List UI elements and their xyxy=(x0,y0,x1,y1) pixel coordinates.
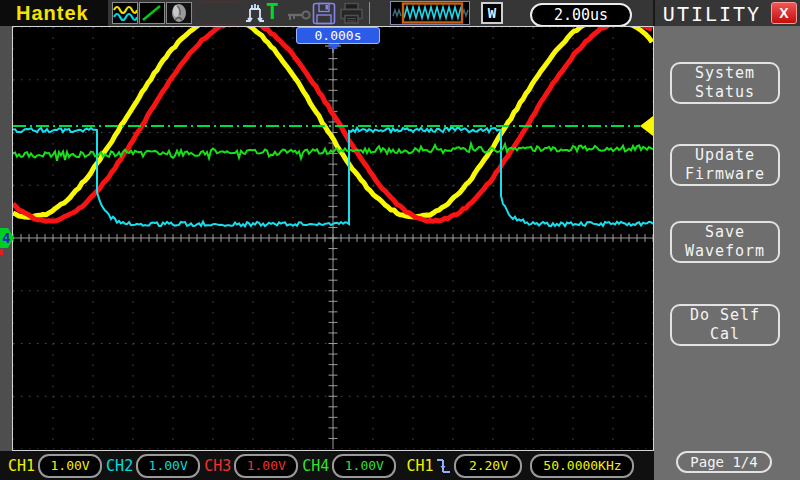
ch2-scale-pill[interactable]: 1.00V xyxy=(136,454,200,478)
key-lock-icon xyxy=(286,7,312,26)
ch3-scale-pill[interactable]: 1.00V xyxy=(234,454,298,478)
waveform-preview-strip[interactable] xyxy=(390,1,470,25)
hand-icon[interactable] xyxy=(166,2,192,24)
close-button[interactable]: X xyxy=(771,2,797,24)
ch3-ground-marker-edge xyxy=(0,249,3,255)
status-bar: CH1 1.00V CH2 1.00V CH3 1.00V CH4 1.00V … xyxy=(0,451,654,480)
ch2-label: CH2 xyxy=(106,457,133,475)
channel-waves-icon[interactable] xyxy=(112,2,138,24)
brand-zone: Hantek xyxy=(0,0,108,26)
print-icon[interactable] xyxy=(339,2,364,29)
ch4-label: CH4 xyxy=(302,457,329,475)
trigger-source-label: CH1 xyxy=(406,457,433,475)
empty-slot-indicator xyxy=(193,2,247,25)
oscilloscope-screen: Hantek T xyxy=(0,0,800,480)
save-floppy-icon[interactable] xyxy=(312,2,337,29)
menu-title: UTILITY xyxy=(656,2,768,26)
pulse-trigger-icon xyxy=(245,2,265,29)
do-self-cal-button[interactable]: Do Self Cal xyxy=(670,304,780,346)
top-toolbar: Hantek T xyxy=(0,0,800,26)
waveform-display: 0.000s xyxy=(12,26,654,451)
ch1-label: CH1 xyxy=(8,457,35,475)
timebase-readout[interactable]: 2.00us xyxy=(530,3,632,27)
falling-edge-icon xyxy=(436,456,451,476)
trigger-frequency-pill[interactable]: 50.0000KHz xyxy=(530,454,634,478)
waveform-canvas xyxy=(13,27,653,449)
topbar-divider xyxy=(653,0,655,26)
slope-icon[interactable] xyxy=(139,2,165,24)
horizontal-position-badge[interactable]: 0.000s xyxy=(296,27,380,44)
ch4-scale-pill[interactable]: 1.00V xyxy=(332,454,396,478)
ch3-label: CH3 xyxy=(204,457,231,475)
trigger-level-pill[interactable]: 2.20V xyxy=(454,454,522,478)
toolbar-separator xyxy=(369,2,370,24)
save-waveform-button[interactable]: Save Waveform xyxy=(670,221,780,263)
update-firmware-button[interactable]: Update Firmware xyxy=(670,144,780,186)
ch1-scale-pill[interactable]: 1.00V xyxy=(38,454,102,478)
window-mode-button[interactable]: W xyxy=(481,2,503,24)
system-status-button[interactable]: System Status xyxy=(670,62,780,104)
page-button[interactable]: Page 1/4 xyxy=(676,451,772,473)
brand-logo: Hantek xyxy=(16,2,89,25)
trigger-type-label: T xyxy=(266,0,279,24)
utility-menu: System Status Update Firmware Save Wavef… xyxy=(654,26,800,480)
